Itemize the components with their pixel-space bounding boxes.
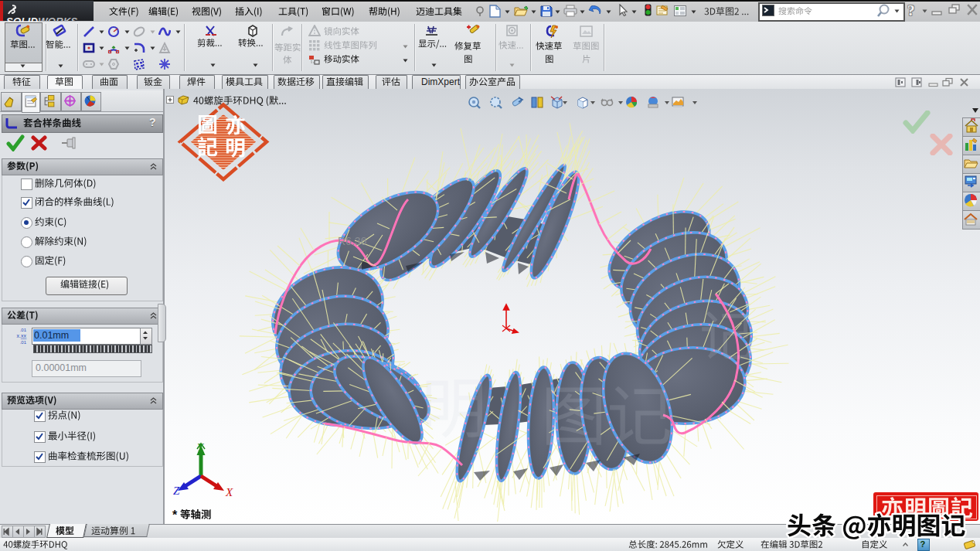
svg-text:Z: Z bbox=[173, 485, 180, 497]
svg-text:X: X bbox=[225, 486, 233, 498]
